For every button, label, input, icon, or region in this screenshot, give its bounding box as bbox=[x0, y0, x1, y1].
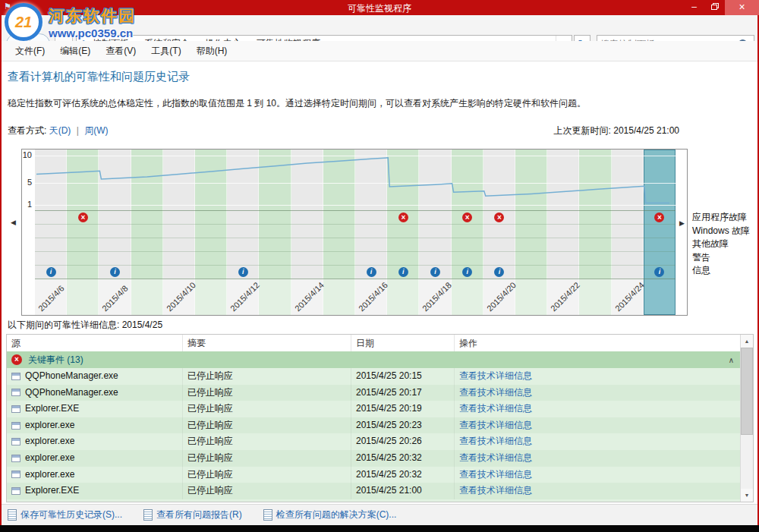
reliability-chart[interactable]: 1051 ×××××iiiiiiiii2015/4/62015/4/82015/… bbox=[21, 149, 688, 316]
check-solutions-link[interactable]: 检查所有问题的解决方案(C)... bbox=[263, 508, 397, 521]
menu-tools[interactable]: 工具(T) bbox=[143, 42, 188, 61]
chart-row-legend: 应用程序故障 Windows 故障 其他故障 警告 信息 bbox=[692, 211, 750, 278]
restore-button[interactable] bbox=[704, 0, 725, 15]
event-source-cell: explorer.exe bbox=[7, 450, 183, 467]
save-history-link[interactable]: 保存可靠性历史记录(S)... bbox=[8, 508, 122, 521]
event-source: explorer.exe bbox=[25, 450, 74, 467]
menu-help[interactable]: 帮助(H) bbox=[189, 42, 235, 61]
column-header-source[interactable]: 源 bbox=[7, 335, 183, 351]
view-technical-details-link[interactable]: 查看技术详细信息 bbox=[459, 452, 532, 463]
menu-edit[interactable]: 编辑(E) bbox=[52, 42, 98, 61]
info-event-icon[interactable]: i bbox=[654, 267, 664, 277]
table-body: QQPhoneManager.exe已停止响应2015/4/25 20:15查看… bbox=[7, 368, 740, 502]
event-action-cell: 查看技术详细信息 bbox=[455, 483, 740, 499]
error-event-icon[interactable]: × bbox=[78, 212, 88, 222]
last-update-time: 上次更新时间: 2015/4/25 21:00 bbox=[554, 124, 679, 137]
view-technical-details-link[interactable]: 查看技术详细信息 bbox=[459, 387, 532, 398]
collapse-group-icon[interactable]: ∧ bbox=[729, 356, 734, 364]
event-row[interactable]: explorer.exe已停止响应2015/4/25 20:32查看技术详细信息 bbox=[7, 467, 740, 483]
scroll-up-icon[interactable]: ▲ bbox=[741, 335, 753, 348]
legend-application-failures: 应用程序故障 bbox=[692, 211, 750, 225]
y-axis-tick: 10 bbox=[22, 150, 32, 159]
restore-icon bbox=[711, 3, 719, 10]
menu-view[interactable]: 查看(V) bbox=[98, 42, 143, 61]
error-event-icon[interactable]: × bbox=[398, 212, 408, 222]
site-watermark: 21 河东软件园 www.pc0359.cn bbox=[5, 3, 136, 41]
row-separator bbox=[35, 279, 676, 279]
window-border-left bbox=[0, 0, 2, 525]
solutions-icon bbox=[263, 509, 272, 521]
error-event-icon[interactable]: × bbox=[494, 212, 504, 222]
menu-file[interactable]: 文件(F) bbox=[8, 42, 52, 61]
event-date: 2015/4/25 20:32 bbox=[351, 450, 455, 467]
info-event-icon[interactable]: i bbox=[462, 267, 472, 277]
event-row[interactable]: explorer.exe已停止响应2015/4/25 20:23查看技术详细信息 bbox=[7, 417, 740, 434]
site-logo: 21 bbox=[5, 3, 43, 41]
row-separator bbox=[35, 224, 676, 225]
legend-warnings: 警告 bbox=[692, 251, 750, 265]
critical-events-group-row[interactable]: × 关键事件 (13) ∧ bbox=[7, 351, 740, 368]
event-row[interactable]: Explorer.EXE已停止响应2015/4/25 21:00查看技术详细信息 bbox=[7, 483, 740, 499]
application-icon bbox=[11, 438, 20, 445]
view-technical-details-link[interactable]: 查看技术详细信息 bbox=[459, 420, 532, 430]
view-technical-details-link[interactable]: 查看技术详细信息 bbox=[459, 469, 532, 480]
event-source-cell: QQPhoneManager.exe bbox=[7, 368, 183, 385]
event-date: 2015/4/25 20:32 bbox=[351, 467, 455, 483]
save-report-icon bbox=[8, 509, 17, 521]
event-source: QQPhoneManager.exe bbox=[25, 385, 118, 401]
event-source-cell: explorer.exe bbox=[7, 417, 183, 434]
y-axis-tick: 5 bbox=[22, 178, 32, 187]
view-technical-details-link[interactable]: 查看技术详细信息 bbox=[459, 403, 532, 414]
info-event-icon[interactable]: i bbox=[398, 267, 408, 277]
close-button[interactable]: × bbox=[725, 0, 759, 15]
info-event-icon[interactable]: i bbox=[430, 267, 440, 277]
event-row[interactable]: Explorer.EXE已停止响应2015/4/25 20:19查看技术详细信息 bbox=[7, 401, 740, 417]
info-event-icon[interactable]: i bbox=[238, 267, 248, 277]
view-technical-details-link[interactable]: 查看技术详细信息 bbox=[459, 370, 532, 381]
view-by-day-link[interactable]: 天(D) bbox=[49, 125, 71, 136]
column-header-date[interactable]: 日期 bbox=[351, 335, 455, 351]
info-event-icon[interactable]: i bbox=[46, 267, 56, 277]
view-by-week-link[interactable]: 周(W) bbox=[84, 125, 108, 136]
chart-scroll-right-icon[interactable]: ▶ bbox=[679, 219, 685, 227]
event-source-cell: Explorer.EXE bbox=[7, 483, 183, 499]
chart-scroll-left-icon[interactable]: ◀ bbox=[11, 219, 16, 226]
legend-misc-failures: 其他故障 bbox=[692, 238, 750, 251]
group-label: 关键事件 (13) bbox=[28, 354, 83, 367]
scrollbar-thumb[interactable] bbox=[741, 348, 753, 435]
table-header: 源 摘要 日期 操作 bbox=[7, 335, 740, 352]
event-row[interactable]: explorer.exe已停止响应2015/4/25 20:26查看技术详细信息 bbox=[7, 433, 740, 450]
details-title: 以下期间的可靠性详细信息: 2015/4/25 bbox=[8, 319, 162, 332]
event-date: 2015/4/25 20:15 bbox=[351, 368, 455, 385]
event-date: 2015/4/25 20:26 bbox=[351, 433, 455, 450]
error-event-icon[interactable]: × bbox=[654, 212, 664, 222]
column-header-summary[interactable]: 摘要 bbox=[183, 335, 351, 351]
event-row[interactable]: explorer.exe已停止响应2015/4/25 20:32查看技术详细信息 bbox=[7, 450, 740, 467]
event-summary: 已停止响应 bbox=[183, 433, 351, 450]
event-summary: 已停止响应 bbox=[183, 483, 351, 499]
view-technical-details-link[interactable]: 查看技术详细信息 bbox=[459, 436, 532, 446]
chart-plot-area[interactable]: ×××××iiiiiiiii2015/4/62015/4/82015/4/102… bbox=[35, 150, 676, 315]
event-date: 2015/4/25 21:00 bbox=[351, 483, 455, 499]
view-technical-details-link[interactable]: 查看技术详细信息 bbox=[459, 485, 532, 496]
critical-error-icon: × bbox=[11, 354, 22, 365]
details-table: 源 摘要 日期 操作 × 关键事件 (13) ∧ QQPhoneManager.… bbox=[6, 334, 754, 502]
application-icon bbox=[11, 471, 20, 478]
info-event-icon[interactable]: i bbox=[367, 267, 376, 277]
legend-windows-failures: Windows 故障 bbox=[692, 225, 750, 238]
error-event-icon[interactable]: × bbox=[462, 212, 472, 222]
scroll-down-icon[interactable]: ▼ bbox=[741, 489, 753, 502]
table-scrollbar[interactable]: ▲ ▼ bbox=[740, 335, 753, 502]
event-summary: 已停止响应 bbox=[183, 467, 351, 483]
row-separator bbox=[35, 251, 676, 252]
info-event-icon[interactable]: i bbox=[494, 267, 504, 277]
menu-bar: 文件(F) 编辑(E) 查看(V) 工具(T) 帮助(H) bbox=[2, 41, 757, 61]
event-row[interactable]: QQPhoneManager.exe已停止响应2015/4/25 20:17查看… bbox=[7, 385, 740, 401]
event-action-cell: 查看技术详细信息 bbox=[455, 368, 740, 385]
event-row[interactable]: QQPhoneManager.exe已停止响应2015/4/25 20:15查看… bbox=[7, 368, 740, 385]
column-header-action[interactable]: 操作 bbox=[455, 335, 740, 351]
selected-day-column[interactable] bbox=[644, 150, 676, 315]
minimize-button[interactable]: – bbox=[684, 0, 704, 15]
view-all-problem-reports-link[interactable]: 查看所有问题报告(R) bbox=[143, 508, 242, 521]
info-event-icon[interactable]: i bbox=[110, 267, 120, 277]
